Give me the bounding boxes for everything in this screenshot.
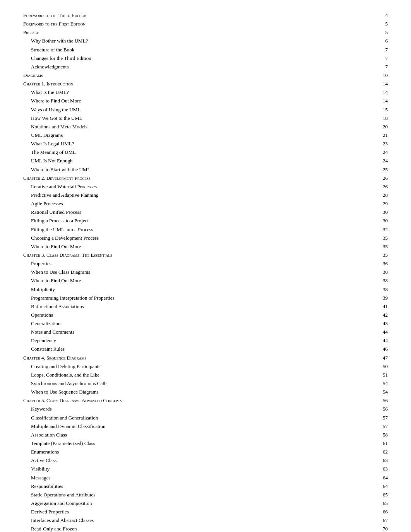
toc-dots	[99, 419, 375, 419]
toc-dots	[115, 299, 375, 300]
toc-label: Constraint Rules	[23, 345, 65, 353]
toc-dots	[56, 291, 375, 291]
toc-dots	[82, 213, 375, 214]
toc-dots	[99, 393, 375, 394]
toc-label: Iterative and Waterfall Processes	[23, 183, 97, 191]
toc-entry: Classification and Generalization57	[23, 414, 388, 422]
toc-dots	[57, 462, 375, 462]
toc-entry: Operations42	[23, 311, 388, 319]
toc-page: 28	[376, 191, 388, 199]
toc-dots	[82, 248, 375, 248]
toc-page: 14	[376, 97, 388, 105]
toc-page: 66	[376, 508, 388, 516]
toc-label: What Is the UML?	[23, 89, 69, 96]
toc-label: Where to Find Out More	[23, 97, 81, 105]
toc-label: Static Operations and Attributes	[23, 491, 95, 499]
toc-label: Multiplicity	[23, 286, 55, 293]
toc-dots	[89, 222, 375, 222]
toc-entry: Foreword to the First Edition5	[23, 20, 388, 28]
toc-page: 44	[376, 328, 388, 336]
toc-dots	[75, 51, 375, 51]
toc-entry: Preface5	[23, 29, 388, 36]
toc-page: 58	[376, 431, 388, 439]
toc-dots	[50, 470, 375, 471]
toc-entry: Rational Unified Process30	[23, 208, 388, 216]
toc-dots	[62, 325, 375, 325]
toc-page: 35	[376, 243, 388, 251]
toc-label: Agile Processes	[23, 200, 63, 208]
toc-label: UML Is Not Enough	[23, 157, 73, 165]
toc-page: 56	[376, 405, 388, 413]
toc-dots	[99, 239, 375, 240]
toc-dots	[86, 25, 375, 26]
toc-entry: Chapter 5. Class Diagrams: Advanced Conc…	[23, 397, 388, 404]
toc-entry: Agile Processes29	[23, 200, 388, 208]
toc-label: Acknowledgments	[23, 63, 68, 71]
toc-label: Operations	[23, 311, 53, 319]
toc-label: Foreword to the First Edition	[23, 20, 86, 28]
toc-label: Chapter 1. Introduction	[23, 80, 73, 88]
toc-label: Loops, Conditionals, and the Like	[23, 371, 99, 379]
toc-label: How We Got to the UML	[23, 114, 82, 122]
toc-entry: What Is Legal UML?23	[23, 140, 388, 148]
toc-label: Predictive and Adaptive Planning	[23, 191, 98, 199]
toc-entry: Keywords56	[23, 405, 388, 413]
toc-page: 38	[376, 268, 388, 276]
toc-dots	[113, 256, 375, 257]
toc-page: 35	[376, 234, 388, 242]
toc-entry: Acknowledgments7	[23, 63, 388, 71]
toc-label: Messages	[23, 474, 51, 482]
toc-page: 24	[376, 148, 388, 156]
toc-entry: Static Operations and Attributes65	[23, 491, 388, 499]
toc-entry: Foreword to the Third Edition4	[23, 12, 388, 19]
toc-dots	[57, 342, 375, 342]
toc-entry: Ways of Using the UML15	[23, 106, 388, 114]
toc-page: 47	[376, 354, 388, 362]
toc-page: 50	[376, 363, 388, 370]
toc-label: Generalization	[23, 320, 61, 327]
toc-dots	[91, 273, 375, 274]
toc-dots	[54, 316, 375, 317]
toc-entry: Read-Only and Frozen70	[23, 525, 388, 532]
toc-label: Fitting the UML into a Process	[23, 226, 93, 234]
toc-entry: Notations and Meta-Models20	[23, 123, 388, 131]
toc-container: Foreword to the Third Edition4Foreword t…	[23, 12, 388, 532]
toc-dots	[98, 188, 375, 188]
toc-entry: Where to Find Out More35	[23, 243, 388, 251]
toc-entry: Programming Interpretation of Properties…	[23, 294, 388, 302]
toc-dots	[100, 376, 375, 377]
toc-entry: Multiplicity38	[23, 286, 388, 293]
toc-entry: Diagrams10	[23, 72, 388, 79]
toc-dots	[92, 60, 375, 60]
toc-dots	[74, 162, 376, 162]
toc-dots	[60, 453, 375, 454]
toc-dots	[94, 231, 375, 231]
toc-label: Ways of Using the UML	[23, 106, 80, 114]
toc-page: 20	[376, 123, 388, 131]
toc-page: 14	[376, 89, 388, 96]
toc-label: Properties	[23, 260, 51, 268]
toc-entry: Derived Properties66	[23, 508, 388, 516]
toc-entry: Creating and Deleting Participants50	[23, 363, 388, 370]
toc-dots	[101, 368, 375, 368]
toc-entry: Bidirectional Associations41	[23, 303, 388, 310]
toc-entry: How We Got to the UML18	[23, 114, 388, 122]
toc-dots	[77, 153, 375, 154]
toc-page: 23	[376, 140, 388, 148]
toc-dots	[63, 136, 375, 137]
toc-page: 42	[376, 311, 388, 319]
toc-dots	[92, 505, 375, 505]
toc-page: 46	[376, 345, 388, 353]
toc-page: 5	[376, 29, 388, 36]
toc-label: Responsibilities	[23, 483, 63, 490]
toc-label: Where to Find Out More	[23, 243, 81, 251]
toc-page: 26	[376, 183, 388, 191]
toc-label: Why Bother with the UML?	[23, 37, 88, 45]
toc-label: Interfaces and Abstract Classes	[23, 517, 94, 524]
toc-label: UML Diagrams	[23, 131, 63, 139]
toc-entry: Template (Parameterized) Class61	[23, 440, 388, 447]
toc-dots	[89, 42, 375, 43]
toc-page: 64	[376, 483, 388, 490]
toc-page: 7	[376, 55, 388, 62]
toc-dots	[91, 171, 375, 171]
